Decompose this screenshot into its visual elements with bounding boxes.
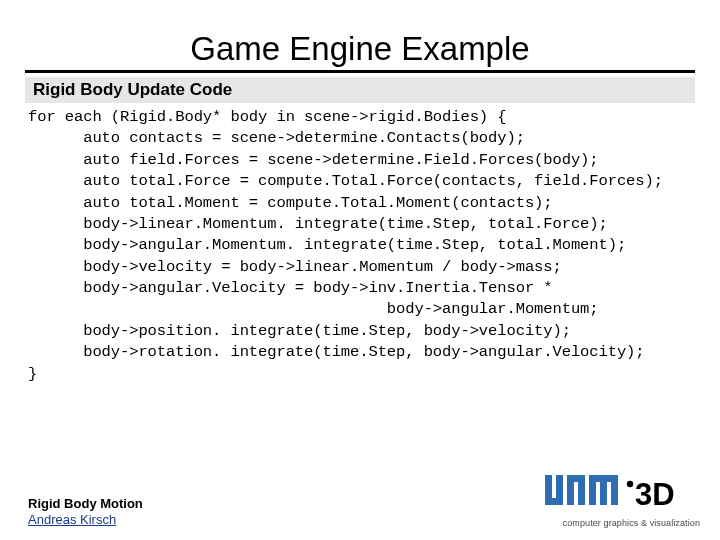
svg-rect-2 bbox=[556, 475, 563, 505]
footer-right: 3D computer graphics & visualization bbox=[545, 475, 700, 528]
slide: Game Engine Example Rigid Body Update Co… bbox=[0, 0, 720, 540]
footer: Rigid Body Motion Andreas Kirsch bbox=[28, 475, 700, 528]
svg-point-10 bbox=[627, 481, 633, 487]
footer-author: Andreas Kirsch bbox=[28, 512, 143, 528]
footer-left: Rigid Body Motion Andreas Kirsch bbox=[28, 496, 143, 529]
svg-rect-9 bbox=[611, 475, 618, 505]
slide-title: Game Engine Example bbox=[25, 30, 695, 73]
logo-suffix: 3D bbox=[635, 477, 675, 512]
tum-logo-icon: 3D bbox=[545, 475, 700, 517]
code-block: for each (Rigid.Body* body in scene->rig… bbox=[20, 107, 700, 385]
svg-rect-5 bbox=[578, 475, 585, 505]
svg-rect-8 bbox=[600, 475, 607, 505]
footer-topic: Rigid Body Motion bbox=[28, 496, 143, 512]
subtitle-bar: Rigid Body Update Code bbox=[25, 77, 695, 103]
footer-tagline: computer graphics & visualization bbox=[563, 518, 700, 528]
